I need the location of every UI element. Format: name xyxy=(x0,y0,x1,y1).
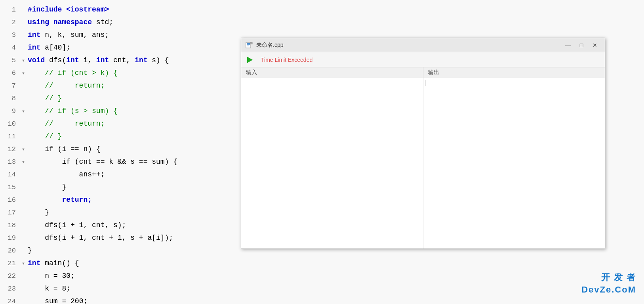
line-number: 7 xyxy=(0,80,21,92)
input-label: 输入 xyxy=(241,67,423,78)
token: if (i == n) { xyxy=(28,145,101,153)
line-number: 12 xyxy=(0,143,21,156)
code-line: 1#include <iostream> xyxy=(0,3,644,16)
line-number: 21 xyxy=(0,257,21,270)
watermark-line2: DevZe.CoM xyxy=(581,284,636,296)
close-button[interactable]: ✕ xyxy=(589,40,601,50)
token: // return; xyxy=(28,120,105,128)
play-icon xyxy=(247,57,253,63)
line-number: 10 xyxy=(0,118,21,130)
line-number: 20 xyxy=(0,245,21,257)
token: // } xyxy=(28,94,62,102)
token: void xyxy=(28,56,45,64)
token: k = 8; xyxy=(28,285,70,293)
cursor xyxy=(425,80,425,86)
svg-rect-3 xyxy=(247,46,249,46)
token: // if (s > sum) { xyxy=(28,107,118,115)
token: ans++; xyxy=(28,170,105,178)
token: #include <iostream> xyxy=(28,6,109,13)
code-text: sum = 200; xyxy=(26,295,88,304)
code-text: #include <iostream> xyxy=(26,3,109,16)
code-text: } xyxy=(26,206,49,219)
code-text: int main() { xyxy=(26,257,79,270)
io-header: 输入 输出 xyxy=(241,67,605,78)
code-text: dfs(i + 1, cnt + 1, s + a[i]); xyxy=(26,231,173,244)
code-text: int a[40]; xyxy=(26,41,70,54)
fold-marker: ▾ xyxy=(21,156,26,169)
code-line: 24 sum = 200; xyxy=(0,295,644,304)
line-number: 16 xyxy=(0,194,21,206)
line-number: 6 xyxy=(0,67,21,80)
code-text: // if (s > sum) { xyxy=(26,105,118,117)
token: main() { xyxy=(40,259,79,267)
line-number: 15 xyxy=(0,181,21,194)
code-line: 22 n = 30; xyxy=(0,270,644,282)
fold-marker: ▾ xyxy=(21,143,26,156)
token: } xyxy=(28,247,32,254)
svg-rect-1 xyxy=(247,43,250,44)
token: int xyxy=(96,56,109,64)
code-line: 2using namespace std; xyxy=(0,16,644,29)
token: dfs(i + 1, cnt + 1, s + a[i]); xyxy=(28,234,173,242)
line-number: 24 xyxy=(0,295,21,304)
line-number: 19 xyxy=(0,232,21,245)
line-number: 11 xyxy=(0,130,21,143)
line-number: 1 xyxy=(0,4,21,16)
watermark: 开 发 者 DevZe.CoM xyxy=(581,271,636,296)
token: a[40]; xyxy=(40,44,70,52)
line-number: 4 xyxy=(0,42,21,54)
status-badge: Time Limit Exceeded xyxy=(261,57,312,63)
maximize-button[interactable]: □ xyxy=(575,40,587,50)
token: namespace xyxy=(53,18,92,26)
output-area[interactable] xyxy=(423,78,605,249)
token: int xyxy=(28,44,40,52)
fold-marker: ▾ xyxy=(21,67,26,80)
minimize-button[interactable]: — xyxy=(562,40,574,50)
svg-rect-2 xyxy=(247,44,250,45)
token: int xyxy=(28,31,40,39)
token: std; xyxy=(92,18,113,26)
token: dfs(i + 1, cnt, s); xyxy=(28,221,126,229)
popup-controls: — □ ✕ xyxy=(562,40,601,50)
token: using xyxy=(28,18,53,26)
token: n, k, sum, ans; xyxy=(40,31,109,39)
popup-title: 未命名.cpp xyxy=(256,42,562,49)
svg-rect-4 xyxy=(251,42,252,44)
token: if (cnt == k && s == sum) { xyxy=(28,158,177,166)
line-number: 18 xyxy=(0,219,21,232)
code-text: int n, k, sum, ans; xyxy=(26,29,109,41)
line-number: 8 xyxy=(0,92,21,105)
token: n = 30; xyxy=(28,272,75,280)
line-number: 5 xyxy=(0,54,21,67)
token: sum = xyxy=(28,297,70,304)
code-text: } xyxy=(26,181,66,193)
code-text: void dfs(int i, int cnt, int s) { xyxy=(26,54,169,67)
token: // } xyxy=(28,132,62,140)
code-text: // if (cnt > k) { xyxy=(26,67,118,79)
input-area[interactable] xyxy=(241,78,423,249)
code-text: } xyxy=(26,244,32,257)
code-text: k = 8; xyxy=(26,282,70,295)
io-body xyxy=(241,78,605,249)
token: } xyxy=(28,183,66,191)
run-button[interactable] xyxy=(245,55,255,65)
code-text: if (i == n) { xyxy=(26,143,101,155)
line-number: 14 xyxy=(0,168,21,181)
line-number: 17 xyxy=(0,206,21,219)
file-icon xyxy=(245,42,253,48)
fold-marker: ▾ xyxy=(21,54,26,67)
token: ; xyxy=(83,297,88,304)
line-number: 3 xyxy=(0,29,21,42)
token: // return; xyxy=(28,82,105,90)
code-text: // } xyxy=(26,92,62,105)
line-number: 13 xyxy=(0,156,21,168)
code-text: if (cnt == k && s == sum) { xyxy=(26,155,177,168)
fold-marker: ▾ xyxy=(21,105,26,118)
code-text: ans++; xyxy=(26,168,105,181)
code-line: 21▾int main() { xyxy=(0,257,644,270)
token: // if (cnt > k) { xyxy=(28,69,118,77)
code-text: // return; xyxy=(26,79,105,92)
fold-marker: ▾ xyxy=(21,257,26,270)
code-text: using namespace std; xyxy=(26,16,113,29)
code-text: // } xyxy=(26,130,62,143)
